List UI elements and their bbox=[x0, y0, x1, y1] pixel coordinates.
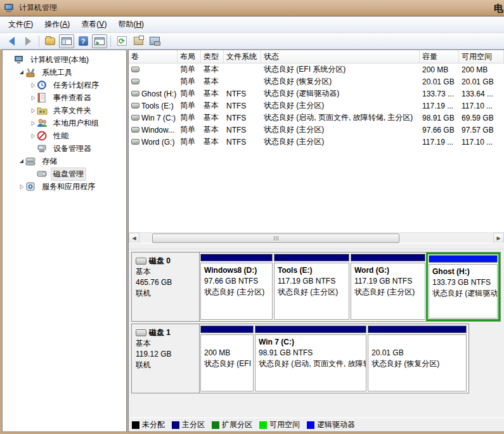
column-header-1[interactable]: 布局 bbox=[178, 50, 201, 63]
disk-name: 磁盘 0 bbox=[136, 256, 195, 266]
volume-row[interactable]: Word (G:)简单基本NTFS状态良好 (主分区)117.19 ...117… bbox=[129, 136, 504, 148]
tree-expanded-arrow-icon[interactable] bbox=[18, 159, 25, 164]
menu-item-2[interactable]: 查看(V) bbox=[75, 16, 112, 32]
tree-item-label: 事件查看器 bbox=[51, 91, 94, 105]
horizontal-scrollbar[interactable]: ◀ ▶ bbox=[129, 232, 504, 243]
partition-block[interactable]: 20.01 GB状态良好 (恢复分区) bbox=[368, 326, 467, 391]
volume-name: Window... bbox=[141, 126, 174, 135]
volume-name: Word (G:) bbox=[141, 138, 174, 147]
partition-label bbox=[372, 337, 463, 348]
volume-row[interactable]: Ghost (H:)简单基本NTFS状态良好 (逻辑驱动器)133.73 ...… bbox=[129, 88, 504, 100]
partition-status: 状态良好 (主分区) bbox=[204, 287, 269, 298]
tree-collapsed-arrow-icon[interactable] bbox=[18, 184, 25, 190]
partition-status: 状态良好 (恢复分区) bbox=[372, 358, 463, 369]
disk-console-icon[interactable] bbox=[147, 34, 162, 48]
cell-fs: NTFS bbox=[224, 112, 261, 124]
cell-free: 117.10 ... bbox=[459, 136, 504, 148]
partition-block[interactable]: Ghost (H:)133.73 GB NTFS状态良好 (逻辑驱动器) bbox=[426, 253, 500, 321]
forward-icon[interactable] bbox=[20, 34, 36, 48]
tree-item-0[interactable]: 计算机管理(本地) bbox=[3, 53, 126, 66]
volume-list-header: 卷布局类型文件系统状态容量可用空间 bbox=[129, 50, 504, 63]
volume-icon bbox=[131, 103, 139, 109]
cell-type: 基本 bbox=[201, 76, 224, 88]
tree-collapsed-arrow-icon[interactable] bbox=[29, 121, 37, 126]
partition-block[interactable]: Windows8 (D:)97.66 GB NTFS状态良好 (主分区) bbox=[200, 254, 273, 320]
tree-item-2[interactable]: 任务计划程序 bbox=[3, 79, 126, 91]
menu-item-0[interactable]: 文件(F) bbox=[3, 16, 39, 32]
column-header-2[interactable]: 类型 bbox=[201, 50, 224, 63]
disk-graphical-view: 磁盘 0基本465.76 GB联机Windows8 (D:)97.66 GB N… bbox=[129, 249, 504, 431]
tree-item-label: 设备管理器 bbox=[51, 142, 94, 155]
column-header-3[interactable]: 文件系统 bbox=[224, 50, 261, 63]
disk-management-icon bbox=[37, 169, 48, 179]
volume-row[interactable]: Window...简单基本NTFS状态良好 (主分区)97.66 GB97.57… bbox=[129, 124, 504, 136]
tree-collapsed-arrow-icon[interactable] bbox=[29, 95, 37, 101]
cell-type: 基本 bbox=[201, 88, 224, 100]
partition-block[interactable]: Word (G:)117.19 GB NTFS状态良好 (主分区) bbox=[351, 254, 425, 320]
volume-row[interactable]: Win 7 (C:)简单基本NTFS状态良好 (启动, 页面文件, 故障转储, … bbox=[129, 112, 504, 124]
partition-block[interactable]: Tools (E:)117.19 GB NTFS状态良好 (主分区) bbox=[274, 254, 349, 320]
legend-swatch-icon bbox=[132, 421, 139, 429]
volume-icon bbox=[131, 127, 139, 133]
tree-collapsed-arrow-icon[interactable] bbox=[29, 82, 37, 88]
legend-label: 逻辑驱动器 bbox=[317, 419, 355, 430]
partition-body: 200 MB状态良好 (EFI 系统分区) bbox=[200, 334, 254, 391]
console-tree-pane: 计算机管理(本地)系统工具任务计划程序事件查看器共享文件夹本地用户和组性能设备管… bbox=[2, 49, 127, 432]
pane-splitter[interactable] bbox=[129, 243, 504, 249]
refresh-icon[interactable]: ⟳ bbox=[114, 34, 129, 48]
disk-info-1[interactable]: 磁盘 1基本119.12 GB联机 bbox=[132, 324, 200, 393]
help-icon[interactable]: ? bbox=[75, 34, 91, 48]
tree-collapsed-arrow-icon[interactable] bbox=[29, 108, 37, 114]
cell-layout: 简单 bbox=[178, 76, 201, 88]
scroll-right-button[interactable]: ▶ bbox=[493, 233, 504, 244]
volume-row[interactable]: 简单基本状态良好 (恢复分区)20.01 GB20.01 GB bbox=[129, 76, 504, 88]
column-header-6[interactable]: 可用空间 bbox=[459, 50, 504, 63]
primary-partition-stripe bbox=[255, 326, 366, 333]
cell-volume: Win 7 (C:) bbox=[129, 112, 178, 124]
legend-item-0: 未分配 bbox=[132, 419, 165, 430]
tree-expanded-arrow-icon[interactable] bbox=[18, 70, 25, 76]
scrollbar-thumb[interactable] bbox=[152, 233, 399, 243]
cell-volume: Window... bbox=[129, 124, 178, 136]
cell-capacity: 97.66 GB bbox=[420, 124, 459, 136]
tree-item-4[interactable]: 共享文件夹 bbox=[3, 104, 126, 117]
cell-fs: NTFS bbox=[224, 100, 261, 112]
cell-fs bbox=[224, 76, 261, 88]
menu-item-3[interactable]: 帮助(H) bbox=[112, 16, 150, 32]
tree-item-7[interactable]: 设备管理器 bbox=[3, 142, 126, 155]
partitions-0: Windows8 (D:)97.66 GB NTFS状态良好 (主分区)Tool… bbox=[200, 253, 500, 321]
tree-collapsed-arrow-icon[interactable] bbox=[29, 133, 37, 139]
column-header-4[interactable]: 状态 bbox=[261, 50, 420, 63]
scroll-left-button[interactable]: ◀ bbox=[129, 233, 139, 244]
tree-item-8[interactable]: 存储 bbox=[3, 155, 126, 168]
tree-item-6[interactable]: 性能 bbox=[3, 129, 126, 142]
partition-label: Word (G:) bbox=[354, 265, 422, 276]
tree-item-1[interactable]: 系统工具 bbox=[3, 66, 126, 79]
tree-item-9[interactable]: 磁盘管理 bbox=[3, 168, 126, 180]
properties-icon[interactable] bbox=[131, 34, 146, 48]
disk-info-0[interactable]: 磁盘 0基本465.76 GB联机 bbox=[132, 253, 200, 321]
tree-item-label: 计算机管理(本地) bbox=[28, 53, 91, 67]
menu-item-1[interactable]: 操作(A) bbox=[39, 16, 75, 32]
volume-row[interactable]: 简单基本状态良好 (EFI 系统分区)200 MB200 MB bbox=[129, 63, 504, 76]
console-tree-icon[interactable] bbox=[59, 34, 74, 48]
scrollbar-track[interactable] bbox=[139, 233, 493, 244]
tree-item-label: 服务和应用程序 bbox=[39, 180, 98, 194]
tree-item-3[interactable]: 事件查看器 bbox=[3, 91, 126, 104]
partition-block[interactable]: 200 MB状态良好 (EFI 系统分区) bbox=[200, 326, 254, 391]
volume-row[interactable]: Tools (E:)简单基本NTFS状态良好 (主分区)117.19 ...11… bbox=[129, 100, 504, 112]
column-header-5[interactable]: 容量 bbox=[420, 50, 459, 63]
action-pane-icon[interactable] bbox=[92, 34, 107, 48]
folder-icon[interactable] bbox=[42, 34, 58, 48]
tree-item-10[interactable]: 服务和应用程序 bbox=[3, 180, 126, 193]
column-header-0[interactable]: 卷 bbox=[129, 50, 178, 63]
partition-size: 98.91 GB NTFS bbox=[259, 348, 363, 358]
back-icon[interactable] bbox=[4, 34, 19, 48]
disk-row-0: 磁盘 0基本465.76 GB联机Windows8 (D:)97.66 GB N… bbox=[131, 252, 501, 322]
partition-size: 117.19 GB NTFS bbox=[278, 276, 346, 287]
tree-item-5[interactable]: 本地用户和组 bbox=[3, 117, 126, 129]
partition-status: 状态良好 (主分区) bbox=[278, 287, 346, 298]
partition-block[interactable]: Win 7 (C:)98.91 GB NTFS状态良好 (启动, 页面文件, 故… bbox=[255, 326, 366, 391]
performance-icon bbox=[37, 131, 48, 141]
legend-swatch-icon bbox=[259, 421, 267, 429]
